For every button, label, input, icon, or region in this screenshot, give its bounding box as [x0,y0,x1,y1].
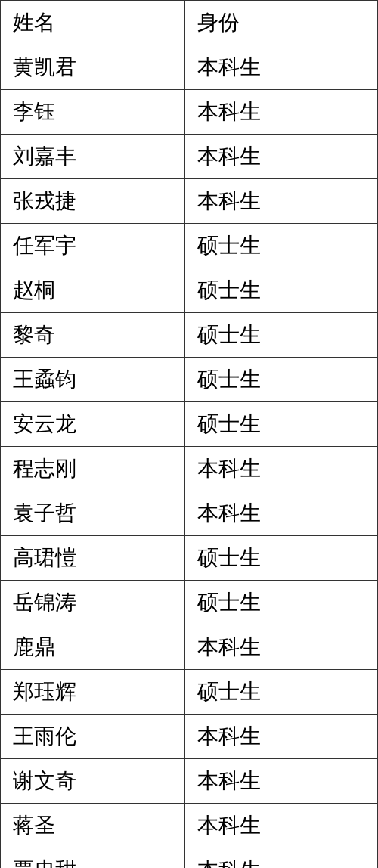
table-header-row: 姓名 身份 [1,1,378,45]
cell-name: 蒋圣 [1,804,185,848]
table-row: 王雨伦本科生 [1,715,378,759]
cell-status: 本科生 [184,715,377,759]
cell-name: 鹿鼎 [1,625,185,670]
cell-status: 硕士生 [184,402,377,447]
table-row: 李钰本科生 [1,90,378,135]
table-row: 郑珏辉硕士生 [1,670,378,715]
cell-status: 硕士生 [184,268,377,313]
cell-status: 硕士生 [184,670,377,715]
table-row: 黄凯君本科生 [1,45,378,90]
cell-name: 任军宇 [1,224,185,268]
cell-status: 本科生 [184,179,377,224]
cell-status: 硕士生 [184,536,377,581]
cell-status: 本科生 [184,625,377,670]
table-row: 王蟊钧硕士生 [1,358,378,402]
table-row: 张戎捷本科生 [1,179,378,224]
cell-name: 袁子哲 [1,491,185,536]
table-row: 赵桐硕士生 [1,268,378,313]
cell-name: 郑珏辉 [1,670,185,715]
table-row: 刘嘉丰本科生 [1,135,378,179]
table-row: 谢文奇本科生 [1,759,378,804]
table-row: 黎奇硕士生 [1,313,378,358]
cell-name: 覃忠甜 [1,848,185,869]
table-row: 覃忠甜本科生 [1,848,378,869]
table-row: 蒋圣本科生 [1,804,378,848]
cell-status: 硕士生 [184,313,377,358]
header-status: 身份 [184,1,377,45]
cell-status: 硕士生 [184,358,377,402]
cell-status: 本科生 [184,759,377,804]
table-row: 任军宇硕士生 [1,224,378,268]
cell-name: 安云龙 [1,402,185,447]
table-row: 袁子哲本科生 [1,491,378,536]
cell-name: 张戎捷 [1,179,185,224]
cell-name: 刘嘉丰 [1,135,185,179]
cell-name: 赵桐 [1,268,185,313]
cell-status: 本科生 [184,848,377,869]
cell-name: 李钰 [1,90,185,135]
cell-status: 本科生 [184,491,377,536]
main-table: 姓名 身份 黄凯君本科生李钰本科生刘嘉丰本科生张戎捷本科生任军宇硕士生赵桐硕士生… [0,0,378,868]
table-row: 高珺愷硕士生 [1,536,378,581]
cell-status: 本科生 [184,447,377,491]
table-row: 程志刚本科生 [1,447,378,491]
cell-status: 本科生 [184,90,377,135]
table-row: 鹿鼎本科生 [1,625,378,670]
table-row: 岳锦涛硕士生 [1,581,378,625]
cell-status: 本科生 [184,135,377,179]
cell-name: 王蟊钧 [1,358,185,402]
cell-name: 程志刚 [1,447,185,491]
cell-name: 王雨伦 [1,715,185,759]
cell-name: 岳锦涛 [1,581,185,625]
cell-name: 谢文奇 [1,759,185,804]
cell-status: 硕士生 [184,581,377,625]
header-name: 姓名 [1,1,185,45]
cell-name: 高珺愷 [1,536,185,581]
table-row: 安云龙硕士生 [1,402,378,447]
cell-status: 硕士生 [184,224,377,268]
cell-name: 黎奇 [1,313,185,358]
cell-status: 本科生 [184,804,377,848]
cell-name: 黄凯君 [1,45,185,90]
cell-status: 本科生 [184,45,377,90]
